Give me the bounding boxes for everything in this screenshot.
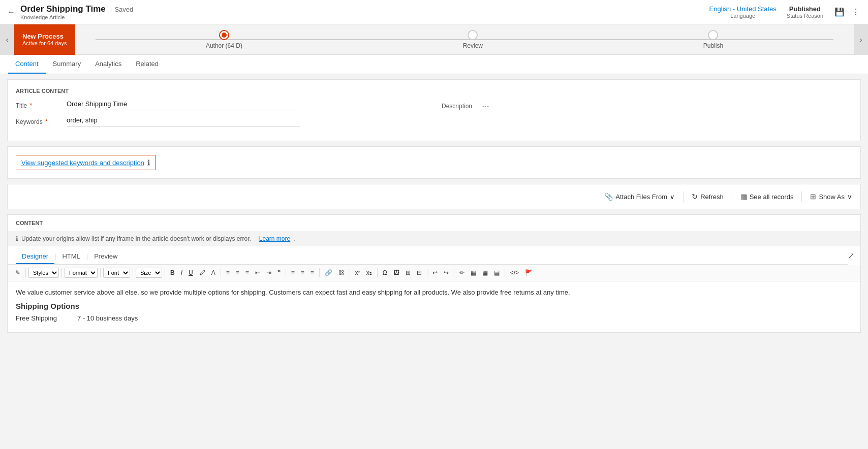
remove-link-button[interactable]: ⛓ (336, 268, 347, 278)
description-label: Description (442, 103, 472, 110)
expand-editor-button[interactable]: ⤢ (848, 251, 854, 261)
indent-increase-button[interactable]: ⇥ (264, 268, 274, 278)
process-new-section: New Process Active for 64 days (14, 24, 75, 55)
editor-tab-designer[interactable]: Designer (16, 249, 54, 264)
align-center-button[interactable]: ≡ (233, 268, 242, 278)
highlight-button[interactable]: 🖍 (197, 268, 208, 278)
editor-tab-preview[interactable]: Preview (88, 249, 123, 264)
shipping-row: Free Shipping 7 - 10 business days (16, 314, 852, 322)
insert-link-button[interactable]: 🔗 (322, 268, 335, 278)
process-step-author[interactable]: Author (64 D) (206, 30, 242, 49)
special2-button[interactable]: ⊟ (414, 268, 424, 278)
article-left-fields: Title * Order Shipping Time Keywords * o… (16, 100, 426, 133)
source-button[interactable]: ✏ (457, 268, 467, 278)
article-content-title: ARTICLE CONTENT (16, 88, 852, 94)
indent-decrease-button[interactable]: ⇤ (253, 268, 263, 278)
keywords-label: Keywords * (16, 116, 67, 125)
styles-select[interactable]: Styles (28, 268, 59, 278)
toolbar-divider-3 (801, 191, 802, 202)
page-subtitle: Knowledge Article (20, 14, 709, 20)
see-all-icon: ▦ (740, 193, 747, 201)
code-button[interactable]: </> (508, 268, 521, 278)
process-step-review[interactable]: Review (463, 30, 483, 49)
process-step-publish[interactable]: Publish (703, 30, 723, 49)
process-sub: Active for 64 days (22, 40, 67, 46)
notice-text: Update your origins allow list if any if… (21, 235, 251, 242)
italic-button[interactable]: I (178, 268, 185, 278)
language-section: English - United States Language (709, 5, 777, 19)
step-circle-review (468, 30, 478, 40)
learn-more-link[interactable]: Learn more (259, 235, 290, 242)
save-icon-button[interactable]: 💾 (833, 6, 846, 18)
process-name: New Process (22, 33, 67, 40)
special-char-button[interactable]: Ω (380, 268, 390, 278)
title-label: Title * (16, 100, 67, 109)
justify3-button[interactable]: ≡ (308, 268, 317, 278)
process-steps: Author (64 D) Review Publish (75, 30, 854, 49)
refresh-button[interactable]: ↻ Refresh (692, 193, 724, 201)
suggest-card: View suggested keywords and description … (7, 146, 861, 179)
align-left-button[interactable]: ≡ (224, 268, 232, 278)
see-all-records-button[interactable]: ▦ See all records (740, 193, 794, 201)
editor-tab-html[interactable]: HTML (56, 249, 86, 264)
erase-format-button[interactable]: ✎ (13, 268, 23, 278)
step-label-author: Author (64 D) (206, 42, 242, 49)
toolbar-sep-4 (133, 268, 133, 277)
tab-analytics[interactable]: Analytics (88, 55, 129, 74)
show-as-arrow-icon: ∨ (847, 193, 852, 201)
more-options-button[interactable]: ⋮ (851, 6, 861, 18)
blockquote-button[interactable]: ❞ (275, 268, 283, 278)
suggest-link[interactable]: View suggested keywords and description … (16, 155, 156, 170)
page-title: Order Shipping Time - Saved (20, 4, 709, 14)
status-label: Status Reason (787, 13, 823, 19)
refresh-icon: ↻ (692, 193, 698, 201)
subscript-button[interactable]: x₂ (364, 268, 375, 278)
process-prev-button[interactable]: ‹ (0, 24, 14, 55)
content-editor-card: CONTENT ℹ Update your origins allow list… (7, 214, 861, 333)
content-card-header: CONTENT (8, 215, 860, 231)
process-next-button[interactable]: › (854, 24, 868, 55)
justify1-button[interactable]: ≡ (289, 268, 297, 278)
show-as-button[interactable]: ⊞ Show As ∨ (810, 193, 852, 201)
toolbar-sep-8 (319, 268, 320, 277)
table2-button[interactable]: ▦ (480, 268, 490, 278)
article-fields-row: Title * Order Shipping Time Keywords * o… (16, 100, 852, 133)
special1-button[interactable]: ⊞ (403, 268, 413, 278)
font-color-button[interactable]: A (209, 268, 218, 278)
tab-content[interactable]: Content (8, 55, 46, 74)
table-button[interactable]: ▦ (468, 268, 479, 278)
title-area: Order Shipping Time - Saved Knowledge Ar… (20, 4, 709, 20)
font-select[interactable]: Font (103, 268, 130, 278)
size-select[interactable]: Size (136, 268, 162, 278)
notice-icon: ℹ (16, 235, 18, 242)
attach-files-button[interactable]: 📎 Attach Files From ∨ (604, 193, 675, 201)
underline-button[interactable]: U (186, 268, 196, 278)
toolbar-sep-3 (100, 268, 101, 277)
tab-summary[interactable]: Summary (46, 55, 88, 74)
show-as-label: Show As (819, 193, 845, 201)
tab-related[interactable]: Related (129, 55, 166, 74)
format-select[interactable]: Format (65, 268, 98, 278)
attach-arrow-icon: ∨ (670, 193, 675, 201)
title-value[interactable]: Order Shipping Time (67, 100, 300, 110)
superscript-button[interactable]: x² (353, 268, 363, 278)
editor-body[interactable]: We value customer service above all else… (8, 281, 860, 332)
redo-button[interactable]: ↪ (441, 268, 451, 278)
editor-toolbar: ✎ Styles Format Font Size B I U 🖍 A (8, 265, 860, 281)
insert-image-button[interactable]: 🖼 (391, 268, 402, 278)
top-header: ← Order Shipping Time - Saved Knowledge … (0, 0, 868, 24)
align-right-button[interactable]: ≡ (243, 268, 252, 278)
bold-button[interactable]: B (168, 268, 177, 278)
keywords-value[interactable]: order, ship (67, 116, 300, 126)
attach-label: Attach Files From (615, 193, 667, 201)
table3-button[interactable]: ▤ (491, 268, 502, 278)
back-button[interactable]: ← (7, 8, 15, 17)
flag-button[interactable]: 🚩 (522, 268, 535, 278)
nav-tabs: Content Summary Analytics Related (0, 55, 868, 74)
undo-button[interactable]: ↩ (430, 268, 440, 278)
language-label: Language (709, 13, 777, 19)
justify2-button[interactable]: ≡ (298, 268, 307, 278)
process-bar: ‹ New Process Active for 64 days Author … (0, 24, 868, 55)
toolbar-sep-11 (427, 268, 427, 277)
title-row: Title * Order Shipping Time (16, 100, 426, 110)
